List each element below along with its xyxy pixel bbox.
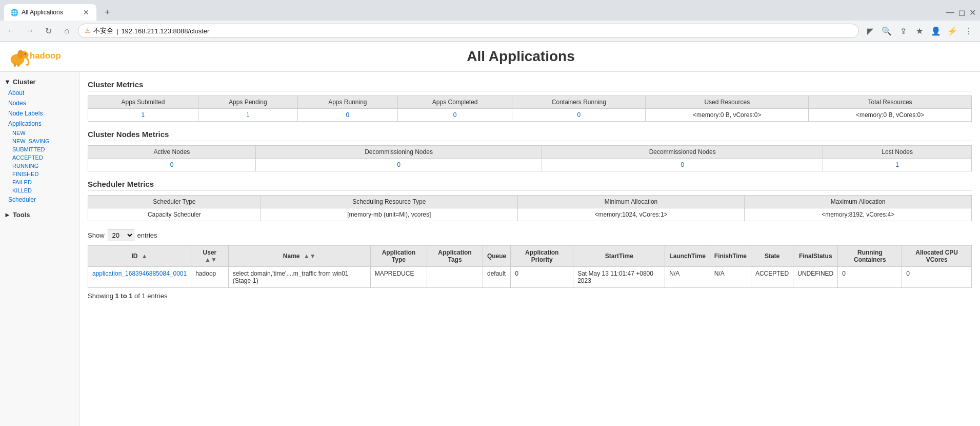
col-apps-completed: Apps Completed: [397, 96, 512, 109]
col-application-tags[interactable]: Application Tags: [427, 246, 483, 267]
address-separator: |: [116, 27, 118, 35]
cluster-arrow-icon: ▼: [4, 78, 11, 86]
sidebar-item-node-labels[interactable]: Node Labels: [0, 108, 79, 119]
val-decommissioned-nodes: 0: [542, 159, 823, 171]
cell-state: ACCEPTED: [751, 267, 793, 288]
browser-toolbar: ← → ↻ ⌂ ⚠ 不安全 | 192.168.211.123:8088/clu…: [0, 21, 980, 41]
sidebar-item-nodes[interactable]: Nodes: [0, 98, 79, 108]
sidebar-item-killed[interactable]: KILLED: [0, 186, 79, 195]
cell-name: select domain,'time',...m_traffic from w…: [228, 267, 370, 288]
sidebar-cluster-toggle[interactable]: ▼ Cluster: [0, 76, 79, 88]
table-row: application_1683946885084_0001 hadoop se…: [88, 267, 972, 288]
browser-tab[interactable]: 🌐 All Applications ✕: [4, 4, 96, 21]
col-active-nodes: Active Nodes: [88, 146, 256, 159]
security-warning-icon: ⚠: [85, 27, 90, 34]
profile-icon[interactable]: 👤: [929, 24, 943, 38]
val-max-allocation: <memory:8192, vCores:4>: [745, 208, 972, 221]
cast-icon[interactable]: ◤: [863, 24, 877, 38]
home-button[interactable]: ⌂: [59, 24, 74, 38]
extensions-icon[interactable]: ⚡: [945, 24, 959, 38]
tools-arrow-icon: ►: [4, 211, 11, 219]
col-queue[interactable]: Queue: [483, 246, 510, 267]
val-min-allocation: <memory:1024, vCores:1>: [517, 208, 745, 221]
svg-rect-5: [17, 64, 19, 67]
sidebar-item-accepted[interactable]: ACCEPTED: [0, 153, 79, 162]
col-start-time[interactable]: StartTime: [573, 246, 665, 267]
name-sort-icon: ▲▼: [304, 253, 316, 260]
header-bar: hadoop All Applications: [0, 42, 980, 72]
hadoop-logo: hadoop: [8, 44, 70, 69]
col-apps-running: Apps Running: [297, 96, 397, 109]
col-apps-pending: Apps Pending: [198, 96, 297, 109]
col-name[interactable]: Name ▲▼: [228, 246, 370, 267]
cell-finish-time: N/A: [710, 267, 751, 288]
col-running-containers[interactable]: Running Containers: [838, 246, 902, 267]
cluster-nodes-metrics-section: Cluster Nodes Metrics Active Nodes Decom…: [88, 130, 972, 171]
val-containers-running: 0: [512, 109, 646, 122]
col-id[interactable]: ID ▲: [88, 246, 191, 267]
col-finish-time[interactable]: FinishTime: [710, 246, 751, 267]
bookmark-icon[interactable]: ★: [912, 24, 927, 38]
sidebar-item-new-saving[interactable]: NEW_SAVING: [0, 137, 79, 145]
scheduler-metrics-title: Scheduler Metrics: [88, 180, 972, 191]
col-scheduler-type: Scheduler Type: [88, 196, 261, 208]
val-used-resources: <memory:0 B, vCores:0>: [646, 109, 809, 122]
col-allocated-cpu[interactable]: Allocated CPU VCores: [902, 246, 972, 267]
address-text: 192.168.211.123:8088/cluster: [121, 27, 852, 35]
forward-button[interactable]: →: [23, 24, 37, 38]
col-user[interactable]: User ▲▼: [191, 246, 229, 267]
sidebar-item-submitted[interactable]: SUBMITTED: [0, 145, 79, 153]
sidebar-item-about[interactable]: About: [0, 88, 79, 98]
sidebar-tools-toggle[interactable]: ► Tools: [0, 209, 79, 221]
col-min-allocation: Minimum Allocation: [517, 196, 745, 208]
col-apps-submitted: Apps Submitted: [88, 96, 198, 109]
val-apps-running: 0: [297, 109, 397, 122]
tab-close-button[interactable]: ✕: [82, 7, 90, 17]
cluster-nodes-metrics-table: Active Nodes Decommissioning Nodes Decom…: [88, 145, 972, 171]
col-final-status[interactable]: FinalStatus: [793, 246, 838, 267]
sidebar-cluster-label: Cluster: [13, 78, 36, 86]
reload-button[interactable]: ↻: [41, 24, 55, 38]
settings-icon[interactable]: ⋮: [962, 24, 976, 38]
sidebar-tools-label: Tools: [13, 211, 30, 219]
sidebar-item-finished[interactable]: FINISHED: [0, 170, 79, 178]
new-tab-button[interactable]: +: [101, 5, 114, 20]
cluster-nodes-metrics-row: 0 0 0 1: [88, 159, 972, 171]
cell-app-type: MAPREDUCE: [370, 267, 427, 288]
col-lost-nodes: Lost Nodes: [823, 146, 972, 159]
address-bar[interactable]: ⚠ 不安全 | 192.168.211.123:8088/cluster: [78, 24, 859, 38]
sidebar-item-scheduler[interactable]: Scheduler: [0, 195, 79, 205]
sidebar-item-failed[interactable]: FAILED: [0, 178, 79, 186]
user-sort-icon: ▲▼: [205, 256, 217, 263]
id-sort-icon: ▲: [142, 253, 148, 260]
cluster-nodes-metrics-title: Cluster Nodes Metrics: [88, 130, 972, 141]
sidebar-cluster-section: ▼ Cluster About Nodes Node Labels Applic…: [0, 76, 79, 205]
col-scheduling-resource-type: Scheduling Resource Type: [261, 196, 517, 208]
cell-id: application_1683946885084_0001: [88, 267, 191, 288]
sidebar-item-running[interactable]: RUNNING: [0, 162, 79, 170]
restore-icon[interactable]: ◻: [958, 8, 965, 17]
cluster-metrics-title: Cluster Metrics: [88, 80, 972, 91]
page-wrapper: ▼ Cluster About Nodes Node Labels Applic…: [0, 72, 980, 426]
col-decommissioned-nodes: Decommissioned Nodes: [542, 146, 823, 159]
cell-queue: default: [483, 267, 510, 288]
browser-chrome: 🌐 All Applications ✕ + — ◻ ✕ ← → ↻ ⌂ ⚠ 不…: [0, 0, 980, 42]
back-button[interactable]: ←: [4, 24, 18, 38]
search-icon[interactable]: 🔍: [879, 24, 894, 38]
close-icon[interactable]: ✕: [969, 8, 976, 17]
col-containers-running: Containers Running: [512, 96, 646, 109]
col-application-type[interactable]: Application Type: [370, 246, 427, 267]
entries-select[interactable]: 10 20 50 100: [108, 229, 134, 241]
minimize-icon[interactable]: —: [946, 8, 954, 17]
show-entries-control: Show 10 20 50 100 entries: [88, 229, 972, 241]
col-application-priority[interactable]: Application Priority: [511, 246, 573, 267]
col-state[interactable]: State: [751, 246, 793, 267]
col-launch-time[interactable]: LaunchTime: [665, 246, 710, 267]
share-icon[interactable]: ⇪: [896, 24, 910, 38]
sidebar-item-new[interactable]: NEW: [0, 129, 79, 137]
applications-table: ID ▲ User ▲▼ Name ▲▼ Application Type Ap…: [88, 245, 972, 288]
cell-app-tags: [427, 267, 483, 288]
security-warning-text: 不安全: [93, 26, 113, 35]
app-id-link[interactable]: application_1683946885084_0001: [92, 270, 187, 277]
sidebar-item-applications[interactable]: Applications: [0, 119, 79, 129]
